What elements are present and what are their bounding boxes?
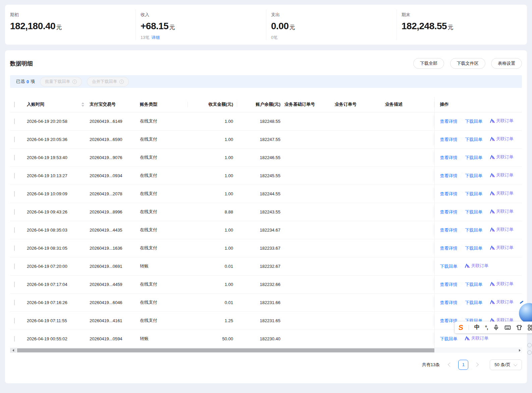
skin-shirt-icon[interactable]: [516, 325, 522, 331]
table-settings-button[interactable]: 表格设置: [491, 58, 522, 69]
row-checkbox[interactable]: [14, 282, 15, 287]
download-receipt-link[interactable]: 下载回单: [440, 264, 458, 269]
download-receipt-link[interactable]: 下载回单: [465, 282, 482, 287]
download-zone-button[interactable]: 下载文件区: [450, 58, 485, 69]
related-order-link[interactable]: 关联订单: [490, 245, 514, 251]
cell-actions: 查看详情 下载回单 关联订单: [434, 112, 522, 130]
cell-amount: 1.00: [188, 221, 237, 239]
ime-chinese-mode-button[interactable]: 中: [474, 324, 480, 331]
page-size-select[interactable]: 50 条/页: [490, 359, 522, 370]
download-receipt-link[interactable]: 下载回单: [465, 300, 482, 305]
ai-icon: [490, 119, 495, 123]
view-details-link[interactable]: 查看详情: [440, 246, 458, 251]
select-all-checkbox[interactable]: [14, 102, 15, 107]
selected-prefix: 已选: [16, 79, 25, 85]
microphone-icon[interactable]: [493, 325, 499, 331]
cell-amount: 1.00: [188, 239, 237, 257]
cell-order: [335, 311, 385, 330]
related-order-link[interactable]: 关联订单: [465, 335, 488, 341]
view-details-link[interactable]: 查看详情: [440, 191, 458, 196]
download-receipt-link[interactable]: 下载回单: [465, 137, 482, 142]
download-receipt-link[interactable]: 下载回单: [465, 155, 482, 160]
related-order-link[interactable]: 关联订单: [490, 136, 514, 142]
cell-amount: 1.25: [188, 311, 237, 330]
sort-icon[interactable]: [82, 102, 84, 107]
related-order-link[interactable]: 关联订单: [490, 227, 514, 233]
row-checkbox[interactable]: [14, 155, 15, 160]
cell-desc: [385, 257, 434, 275]
related-order-link[interactable]: 关联订单: [465, 263, 488, 269]
row-checkbox[interactable]: [14, 245, 15, 251]
panel-toolbar: 下载全部 下载文件区 表格设置: [409, 58, 522, 69]
related-order-link[interactable]: 关联订单: [490, 299, 514, 305]
cell-base-order: [284, 185, 335, 203]
scroll-left-button[interactable]: [10, 348, 16, 353]
scrollbar-thumb[interactable]: [17, 348, 434, 352]
download-receipt-link[interactable]: 下载回单: [465, 119, 482, 124]
income-detail-link[interactable]: 详细: [151, 35, 160, 40]
view-details-link[interactable]: 查看详情: [440, 228, 458, 233]
view-details-link[interactable]: 查看详情: [440, 119, 458, 124]
ime-punctuation-button[interactable]: °,: [485, 325, 488, 330]
related-order-link[interactable]: 关联订单: [490, 172, 514, 178]
cell-type: 转账: [140, 330, 188, 348]
download-receipt-link[interactable]: 下载回单: [465, 209, 482, 214]
row-checkbox[interactable]: [14, 118, 15, 124]
view-details-link[interactable]: 查看详情: [440, 282, 458, 287]
related-order-link[interactable]: 关联订单: [490, 190, 514, 196]
prev-page-button[interactable]: [448, 362, 452, 367]
row-checkbox[interactable]: [14, 191, 15, 197]
view-details-link[interactable]: 查看详情: [440, 173, 458, 178]
row-checkbox[interactable]: [14, 318, 15, 324]
keyboard-icon[interactable]: [504, 325, 511, 331]
download-receipt-link[interactable]: 下载回单: [465, 173, 482, 178]
batch-download-button[interactable]: 批量下载回单 i: [40, 77, 82, 87]
view-details-link[interactable]: 查看详情: [440, 300, 458, 305]
cell-desc: [385, 275, 434, 293]
row-checkbox[interactable]: [14, 336, 15, 342]
row-checkbox[interactable]: [14, 173, 15, 179]
cell-desc: [385, 185, 434, 203]
cell-type: 在线支付: [140, 221, 188, 239]
table-row: 2026-04-19 07:16:26 20260419...6046 在线支付…: [10, 293, 522, 311]
row-checkbox[interactable]: [14, 300, 15, 305]
related-order-link[interactable]: 关联订单: [490, 118, 514, 124]
sogou-logo-icon[interactable]: S: [458, 324, 464, 331]
view-details-link[interactable]: 查看详情: [440, 137, 458, 142]
selected-suffix: 项: [31, 79, 35, 85]
related-order-link[interactable]: 关联订单: [490, 208, 514, 214]
current-page-button[interactable]: 1: [458, 360, 468, 370]
download-all-button[interactable]: 下载全部: [413, 58, 444, 69]
cell-type: 在线支付: [140, 275, 188, 293]
cell-desc: [385, 203, 434, 221]
row-checkbox[interactable]: [14, 263, 15, 269]
cell-amount: 1.00: [188, 275, 237, 293]
selection-bar: 已选 0 项 批量下载回单 i 合并下载回单 i: [10, 75, 522, 88]
download-receipt-link[interactable]: 下载回单: [440, 336, 458, 341]
merge-download-button[interactable]: 合并下载回单 i: [87, 77, 129, 87]
download-receipt-link[interactable]: 下载回单: [465, 228, 482, 233]
toolbox-grid-icon[interactable]: [528, 325, 532, 331]
row-checkbox[interactable]: [14, 227, 15, 233]
cell-time: 2026-04-19 08:35:03: [27, 221, 90, 239]
download-receipt-link[interactable]: 下载回单: [465, 246, 482, 251]
view-details-link[interactable]: 查看详情: [440, 155, 458, 160]
row-checkbox[interactable]: [14, 137, 15, 142]
view-details-link[interactable]: 查看详情: [440, 209, 458, 214]
cell-balance: 182232.67: [237, 257, 284, 275]
cell-type: 在线支付: [140, 203, 188, 221]
download-receipt-link[interactable]: 下载回单: [465, 191, 482, 196]
info-icon: i: [119, 80, 124, 84]
cell-order: [335, 185, 385, 203]
horizontal-scrollbar[interactable]: [10, 348, 522, 353]
scroll-right-icon[interactable]: [519, 349, 521, 352]
summary-label: 收入: [141, 12, 266, 18]
cell-balance: 182231.66: [237, 293, 284, 311]
cell-base-order: [284, 203, 335, 221]
related-order-link[interactable]: 关联订单: [490, 154, 514, 160]
next-page-button[interactable]: [474, 362, 479, 367]
related-order-link[interactable]: 关联订单: [490, 281, 514, 287]
currency-unit: 元: [289, 24, 295, 31]
row-checkbox[interactable]: [14, 209, 15, 215]
side-widget-fragment: [527, 343, 532, 347]
